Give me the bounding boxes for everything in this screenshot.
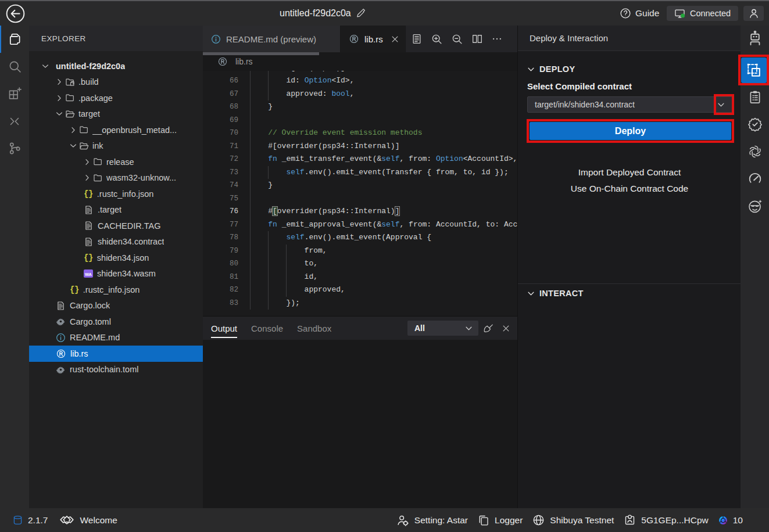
use-onchain-contract-code-link[interactable]: Use On-Chain Contract Code: [518, 184, 741, 194]
activity-right-clipboard-icon[interactable]: [741, 85, 769, 109]
line-number: 81: [203, 271, 238, 284]
activity-right-badge-check-icon[interactable]: [741, 113, 769, 136]
tree-item-.build[interactable]: .build: [29, 74, 203, 91]
tree-item-shiden34.wasm[interactable]: WAshiden34.wasm: [29, 266, 203, 282]
status-globe[interactable]: Shibuya Testnet: [532, 514, 614, 526]
line-number: 69: [203, 114, 238, 127]
tree-item-.package[interactable]: .package: [29, 90, 203, 106]
chevron-down-icon: [527, 289, 535, 298]
tree-item-.rustc_info.json[interactable]: {}.rustc_info.json: [29, 186, 203, 202]
status-person-box[interactable]: 5G1GEp...HCpw: [624, 514, 708, 526]
deploy-button-label: Deploy: [615, 126, 646, 136]
activity-right-robot-icon[interactable]: [741, 27, 769, 50]
more-actions-icon[interactable]: [491, 33, 503, 45]
activity-left-search-icon[interactable]: [0, 53, 29, 80]
status-label: Logger: [495, 515, 523, 526]
tree-item-release[interactable]: release: [29, 154, 203, 170]
select-contract-label: Select Compiled contract: [527, 81, 632, 91]
status-person-gear[interactable]: Setting: Astar: [396, 514, 468, 527]
compiled-contract-select[interactable]: target/ink/shiden34.contract: [527, 96, 732, 113]
tree-item-target[interactable]: target: [29, 106, 203, 123]
doc-file-icon: [56, 301, 66, 311]
zoom-in-icon[interactable]: [431, 33, 443, 45]
close-icon[interactable]: [502, 324, 510, 333]
tree-item-label: untitled-f29d2c0a: [56, 62, 125, 71]
line-number: 78: [203, 231, 238, 245]
guide-label: Guide: [635, 8, 659, 19]
import-deployed-contract-link[interactable]: Import Deployed Contract: [518, 167, 741, 178]
polkadot-icon: [718, 516, 728, 525]
tree-item-label: Cargo.lock: [70, 301, 110, 310]
explorer-header: EXPLORER: [29, 26, 203, 51]
tree-item-rust-toolchain.toml[interactable]: rust-toolchain.toml: [29, 362, 203, 378]
back-button[interactable]: [6, 4, 24, 23]
activity-right-gauge-icon[interactable]: [741, 167, 769, 190]
tree-item-Cargo.toml[interactable]: Cargo.toml: [29, 314, 203, 330]
tree-item-.rustc_info.json[interactable]: {}.rustc_info.json: [29, 282, 203, 298]
tree-item-ink[interactable]: ink: [29, 138, 203, 154]
tree-item-shiden34.json[interactable]: {}shiden34.json: [29, 250, 203, 266]
indent-guide: [250, 71, 251, 310]
deploy-section-header[interactable]: DEPLOY: [527, 61, 575, 77]
clear-icon[interactable]: [483, 323, 494, 334]
tree-item-untitled-f29d2c0a[interactable]: untitled-f29d2c0a: [29, 58, 203, 74]
panel-tab-output[interactable]: Output: [211, 317, 237, 340]
gear-file-icon: [56, 317, 66, 326]
activity-left-git-branch-icon[interactable]: [0, 135, 29, 162]
chevron-down-icon: [717, 100, 725, 109]
line-number: 67: [203, 88, 238, 101]
tree-item-label: .package: [78, 94, 113, 103]
tree-item-label: wasm32-unknow...: [106, 173, 176, 182]
interact-section-header[interactable]: INTERACT: [527, 285, 584, 301]
folder-icon: [65, 93, 75, 103]
rename-project-icon[interactable]: [356, 8, 367, 19]
status-handshake[interactable]: Welcome: [59, 513, 117, 528]
panel-tab-sandbox[interactable]: Sandbox: [297, 317, 331, 340]
chevron-down-icon: [55, 110, 63, 118]
status-label: Shibuya Testnet: [550, 515, 614, 526]
tree-item-README.md[interactable]: README.md: [29, 330, 203, 346]
tree-item-Cargo.lock[interactable]: Cargo.lock: [29, 298, 203, 314]
activity-left-collapse-icon[interactable]: [0, 107, 29, 135]
chevron-right-icon: [69, 126, 77, 134]
tree-item-__openbrush_metad...[interactable]: __openbrush_metad...: [29, 122, 203, 138]
account-button[interactable]: [743, 6, 764, 21]
tree-item-shiden34.contract[interactable]: shiden34.contract: [29, 234, 203, 250]
info-icon: [211, 34, 221, 44]
deploy-button[interactable]: Deploy: [530, 122, 731, 140]
tree-item-label: CACHEDIR.TAG: [98, 221, 161, 231]
editor-tab-README.mdpreview[interactable]: README.md (preview): [203, 26, 341, 52]
folder-icon: [93, 173, 103, 183]
guide-button[interactable]: Guide: [620, 1, 659, 26]
zoom-out-icon[interactable]: [451, 33, 463, 45]
code-editor[interactable]: 65 #[ink(topic)]66 id: Option<Id>,67 app…: [203, 71, 517, 316]
tab-scrollbar[interactable]: [203, 52, 319, 55]
close-icon[interactable]: [391, 35, 399, 44]
tree-item-lib.rs[interactable]: lib.rs: [29, 346, 203, 362]
folder-icon: [93, 157, 103, 167]
status-database[interactable]: 2.1.7: [13, 514, 48, 526]
connected-button[interactable]: Connected: [667, 6, 738, 21]
split-editor-icon[interactable]: [471, 33, 483, 45]
activity-right-openai-icon[interactable]: [741, 140, 769, 163]
tree-item-.target[interactable]: .target: [29, 202, 203, 218]
panel-tab-console[interactable]: Console: [251, 317, 283, 340]
output-filter-select[interactable]: All: [407, 321, 478, 336]
line-number: 83: [203, 297, 238, 310]
line-number: 79: [203, 245, 238, 258]
activity-right-deploy-icon-active[interactable]: [741, 57, 767, 83]
activity-bar-right: [741, 26, 769, 508]
tree-item-label: Cargo.toml: [70, 317, 111, 326]
activity-right-cool-face-icon[interactable]: [741, 195, 769, 218]
outline-icon[interactable]: [411, 33, 423, 45]
activity-left-files-icon[interactable]: [0, 26, 29, 53]
status-label: 10: [733, 515, 743, 526]
activity-left-extensions-icon[interactable]: [0, 80, 29, 107]
status-polkadot[interactable]: 10: [718, 515, 743, 526]
tree-item-wasm32-unknow...[interactable]: wasm32-unknow...: [29, 170, 203, 186]
tree-item-label: ink: [92, 141, 103, 150]
editor-tab-lib.rs[interactable]: lib.rs: [341, 26, 406, 52]
tree-item-CACHEDIR.TAG[interactable]: CACHEDIR.TAG: [29, 218, 203, 234]
database-icon: [13, 514, 23, 526]
status-copy[interactable]: Logger: [478, 515, 523, 526]
